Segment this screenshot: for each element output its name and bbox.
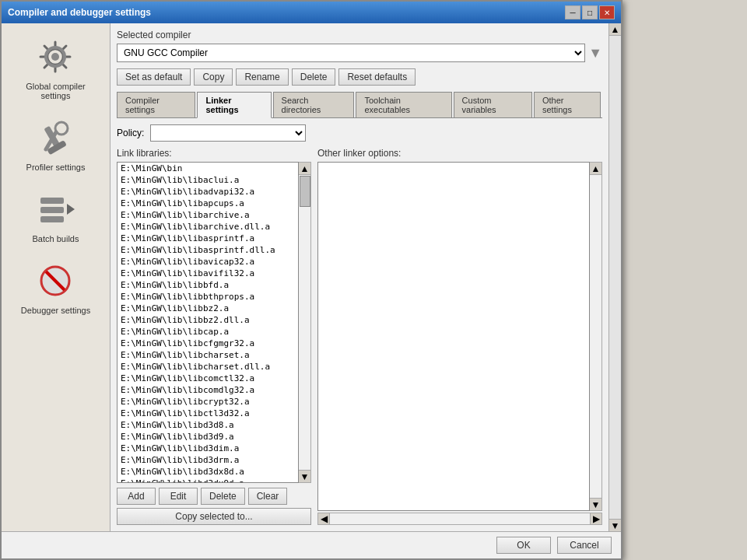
tabs: Compiler settings Linker settings Search… — [117, 92, 602, 118]
main-scroll-down[interactable]: ▼ — [609, 519, 621, 531]
copy-selected-container: Copy selected to... — [117, 508, 311, 525]
policy-label: Policy: — [117, 128, 144, 138]
tab-other-settings[interactable]: Other settings — [534, 92, 601, 117]
list-item[interactable]: E:\MinGW\lib\libasprintf.dll.a — [117, 244, 298, 256]
copy-button[interactable]: Copy — [194, 68, 233, 86]
textarea-hscroll[interactable]: ◀ ▶ — [317, 513, 602, 525]
compiler-dropdown-arrow[interactable]: ▼ — [588, 45, 602, 61]
delete-button[interactable]: Delete — [292, 68, 336, 86]
hscroll-left[interactable]: ◀ — [317, 513, 330, 525]
cancel-button[interactable]: Cancel — [557, 537, 612, 554]
textarea-scroll-track[interactable] — [590, 175, 601, 498]
list-item[interactable]: E:\MinGW\lib\libbthprops.a — [117, 291, 298, 303]
link-libraries-list[interactable]: E:\MinGW\binE:\MinGW\lib\libaclui.aE:\Mi… — [117, 162, 299, 483]
close-button[interactable]: ✕ — [599, 5, 615, 19]
sidebar-label-batch-builds: Batch builds — [33, 234, 79, 243]
list-scroll-down[interactable]: ▼ — [299, 470, 310, 482]
list-item[interactable]: E:\MinGW\lib\libbz2.dll.a — [117, 314, 298, 326]
textarea-scroll-up[interactable]: ▲ — [590, 163, 601, 175]
gear-icon — [33, 33, 79, 80]
list-item[interactable]: E:\MinGW\lib\libd3dx8d.a — [117, 466, 298, 478]
dialog-footer: OK Cancel — [2, 531, 621, 558]
sidebar-label-debugger: Debugger settings — [21, 306, 90, 315]
batch-icon — [33, 186, 79, 233]
list-item[interactable]: E:\MinGW\lib\libcomctl32.a — [117, 373, 298, 384]
link-libraries-label: Link libraries: — [117, 148, 311, 159]
tab-compiler-settings[interactable]: Compiler settings — [117, 92, 195, 117]
compiler-row: GNU GCC Compiler ▼ — [117, 44, 602, 62]
tab-search-directories[interactable]: Search directories — [273, 92, 355, 117]
list-item[interactable]: E:\MinGW\lib\libasprintf.a — [117, 233, 298, 244]
right-column: Other linker options: ▲ ▼ ◀ — [317, 148, 602, 525]
tab-linker-settings[interactable]: Linker settings — [197, 92, 271, 118]
list-item[interactable]: E:\MinGW\lib\libcap.a — [117, 326, 298, 338]
list-item[interactable]: E:\MinGW\lib\libarchive.dll.a — [117, 221, 298, 233]
compiler-select[interactable]: GNU GCC Compiler — [117, 44, 585, 62]
main-scroll-up[interactable]: ▲ — [609, 23, 621, 36]
list-item[interactable]: E:\MinGW\lib\libbfd.a — [117, 279, 298, 291]
list-item[interactable]: E:\MinGW\lib\libcharset.a — [117, 349, 298, 361]
list-item[interactable]: E:\MinGW\lib\libavifil32.a — [117, 268, 298, 279]
debugger-icon — [33, 257, 79, 304]
hscroll-track[interactable] — [330, 513, 590, 525]
list-item[interactable]: E:\MinGW\lib\libavicap32.a — [117, 256, 298, 268]
sidebar-item-profiler[interactable]: Profiler settings — [9, 110, 103, 176]
list-item[interactable]: E:\MinGW\lib\libapcups.a — [117, 198, 298, 209]
list-item[interactable]: E:\MinGW\lib\libarchive.a — [117, 209, 298, 221]
list-item[interactable]: E:\MinGW\lib\libcomdlg32.a — [117, 384, 298, 396]
list-item[interactable]: E:\MinGW\lib\libd3dx9d.a — [117, 478, 298, 483]
sidebar-item-batch-builds[interactable]: Batch builds — [9, 182, 103, 247]
list-item[interactable]: E:\MinGW\lib\libd3d9.a — [117, 431, 298, 443]
main-scrollbar[interactable]: ▲ ▼ — [608, 23, 621, 531]
list-item[interactable]: E:\MinGW\lib\libcrypt32.a — [117, 396, 298, 408]
minimize-button[interactable]: ─ — [565, 5, 580, 19]
clear-button[interactable]: Clear — [248, 488, 288, 505]
rename-button[interactable]: Rename — [236, 68, 288, 86]
sidebar-item-global-compiler[interactable]: Global compiler settings — [9, 30, 103, 104]
window-title: Compiler and debugger settings — [8, 7, 151, 18]
left-column: Link libraries: E:\MinGW\binE:\MinGW\lib… — [117, 148, 311, 525]
list-item[interactable]: E:\MinGW\lib\libd3drm.a — [117, 454, 298, 466]
list-item[interactable]: E:\MinGW\lib\libd3dim.a — [117, 443, 298, 454]
other-linker-options-textarea[interactable] — [317, 162, 590, 511]
policy-row: Policy: — [117, 124, 602, 142]
tab-custom-variables[interactable]: Custom variables — [454, 92, 532, 117]
ok-button[interactable]: OK — [496, 537, 551, 554]
window-controls: ─ □ ✕ — [565, 5, 615, 19]
edit-button[interactable]: Edit — [159, 488, 198, 505]
list-item[interactable]: E:\MinGW\lib\libcharset.dll.a — [117, 361, 298, 373]
list-item[interactable]: E:\MinGW\lib\libctl3d32.a — [117, 408, 298, 419]
main-scroll-track[interactable] — [609, 36, 621, 519]
sidebar-item-debugger[interactable]: Debugger settings — [9, 254, 103, 319]
list-item[interactable]: E:\MinGW\lib\libd3d8.a — [117, 419, 298, 431]
svg-line-7 — [63, 65, 66, 68]
hscroll-right[interactable]: ▶ — [590, 513, 602, 525]
svg-point-1 — [51, 53, 59, 61]
svg-rect-16 — [40, 207, 64, 213]
policy-select[interactable] — [150, 124, 306, 142]
list-item[interactable]: E:\MinGW\lib\libadvapi32.a — [117, 186, 298, 198]
linker-settings-content: Policy: Link libraries: E:\MinGW\binE:\M… — [117, 124, 602, 525]
add-button[interactable]: Add — [117, 488, 156, 505]
list-scroll-up[interactable]: ▲ — [299, 163, 310, 175]
maximize-button[interactable]: □ — [582, 5, 598, 19]
list-item[interactable]: E:\MinGW\bin — [117, 163, 298, 174]
main-panel: Selected compiler GNU GCC Compiler ▼ Set… — [110, 23, 608, 531]
sidebar-label-profiler: Profiler settings — [26, 163, 86, 172]
reset-defaults-button[interactable]: Reset defaults — [338, 68, 416, 86]
list-scroll-thumb[interactable] — [300, 176, 310, 207]
copy-selected-button[interactable]: Copy selected to... — [117, 508, 311, 525]
selected-compiler-label: Selected compiler — [117, 30, 602, 40]
textarea-scroll-down[interactable]: ▼ — [590, 498, 601, 510]
svg-line-8 — [63, 46, 66, 49]
set-as-default-button[interactable]: Set as default — [117, 68, 191, 86]
list-item[interactable]: E:\MinGW\lib\libcfgmgr32.a — [117, 338, 298, 349]
list-item[interactable]: E:\MinGW\lib\libbz2.a — [117, 303, 298, 314]
list-item[interactable]: E:\MinGW\lib\libaclui.a — [117, 174, 298, 186]
list-scroll-track[interactable] — [299, 175, 310, 470]
delete-lib-button[interactable]: Delete — [201, 488, 245, 505]
sidebar-label-global-compiler: Global compiler settings — [13, 82, 99, 100]
svg-rect-15 — [40, 198, 64, 204]
svg-line-9 — [44, 65, 47, 68]
tab-toolchain-executables[interactable]: Toolchain executables — [356, 92, 451, 117]
